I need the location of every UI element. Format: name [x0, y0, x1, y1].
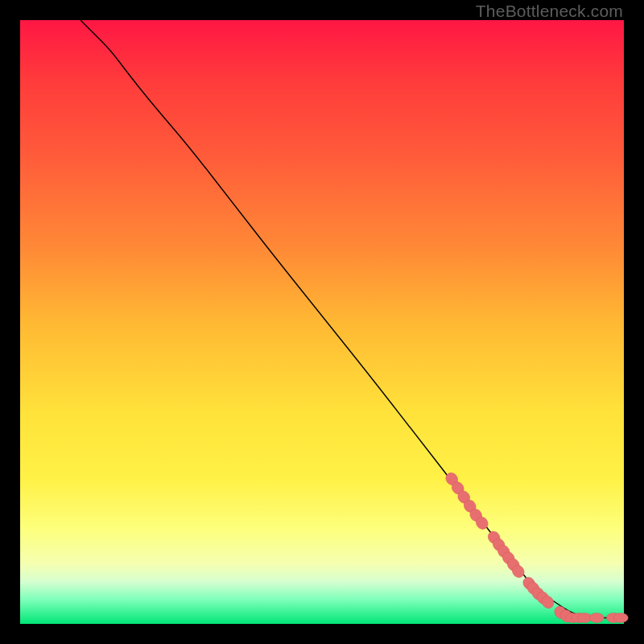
data-marker: [589, 613, 604, 623]
chart-overlay: [20, 20, 624, 624]
chart-curve: [80, 20, 624, 618]
data-marker: [613, 613, 628, 623]
chart-frame: TheBottleneck.com: [0, 0, 644, 644]
watermark-text: TheBottleneck.com: [476, 2, 623, 21]
chart-markers: [444, 470, 628, 624]
